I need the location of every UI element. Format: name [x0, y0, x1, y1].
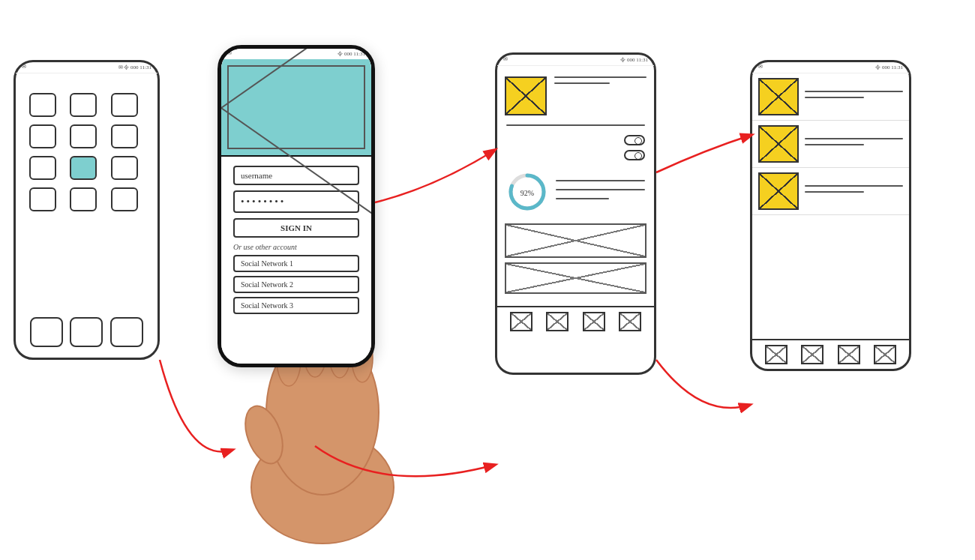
signin-button[interactable]: SIGN IN [233, 218, 359, 238]
nav-icon[interactable] [583, 312, 605, 331]
text-line [556, 189, 645, 190]
nav-icon[interactable] [510, 312, 532, 331]
app-icon [29, 124, 56, 148]
svg-text:92%: 92% [520, 189, 534, 197]
toggle-row [506, 150, 645, 160]
main-phone: ✉ 令 000 11:31 username •••••••• SIGN IN … [218, 45, 375, 367]
bottom-icon [30, 317, 63, 347]
gallery-text [805, 91, 903, 103]
nav-icon[interactable] [874, 345, 896, 364]
text-line [805, 191, 864, 193]
svg-point-3 [238, 401, 290, 469]
gallery-text [805, 185, 903, 197]
text-line [506, 124, 645, 126]
right-sketch-phone-1: ✉ 令 000 11:31 92% [495, 52, 656, 375]
social-network-3-button[interactable]: Social Network 3 [233, 297, 359, 314]
gallery-item-2 [752, 121, 909, 168]
text-line [805, 97, 864, 98]
dashboard-image-placeholder [505, 76, 547, 115]
right2-status-bar: ✉ 令 000 11:31 [752, 62, 909, 73]
right-sketch-phone-2: ✉ 令 000 11:31 [750, 60, 911, 371]
text-line [556, 198, 609, 199]
nav-icon[interactable] [838, 345, 860, 364]
username-input[interactable]: username [233, 166, 359, 185]
social-network-2-button[interactable]: Social Network 2 [233, 276, 359, 293]
dashboard-content [497, 219, 654, 303]
nav-icon[interactable] [619, 312, 641, 331]
gallery-item-1 [752, 73, 909, 121]
wireframe-section [505, 262, 646, 294]
progress-text-lines [556, 180, 645, 204]
text-line [805, 144, 864, 145]
dashboard-text-lines [554, 76, 646, 88]
status-mail-icon: ✉ [227, 50, 232, 58]
text-line [805, 185, 903, 187]
nav-icon[interactable] [765, 345, 788, 364]
bottom-nav-left [16, 317, 158, 347]
gallery-thumbnail [758, 125, 799, 163]
text-line [556, 180, 645, 181]
bottom-icon [110, 317, 143, 347]
app-icon [29, 93, 56, 117]
password-input[interactable]: •••••••• [233, 190, 359, 213]
gallery-thumbnail [758, 172, 799, 210]
app-icon [70, 124, 97, 148]
social-network-1-button[interactable]: Social Network 1 [233, 255, 359, 272]
gallery-text [805, 138, 903, 150]
nav-icon[interactable] [546, 312, 568, 331]
left-sketch-phone: ✉ ✉ 令 000 11:31 [14, 60, 160, 360]
or-text: Or use other account [233, 243, 359, 251]
bottom-navigation [497, 306, 654, 336]
app-icon [111, 156, 138, 180]
progress-circle: 92% [506, 171, 548, 213]
toggle-row [506, 135, 645, 145]
toggle-switch[interactable] [624, 135, 645, 145]
app-icon-highlighted [70, 156, 97, 180]
left-phone-status: ✉ ✉ 令 000 11:31 [16, 62, 158, 73]
toggle-switch[interactable] [624, 150, 645, 160]
right1-status-bar: ✉ 令 000 11:31 [497, 55, 654, 66]
gallery-item-3 [752, 168, 909, 215]
app-icon-grid [16, 82, 158, 222]
app-icon [70, 93, 97, 117]
text-line [554, 82, 610, 84]
bottom-icon [70, 317, 103, 347]
wireframe-section [505, 223, 646, 258]
text-line [805, 138, 903, 139]
dashboard-header [497, 66, 654, 120]
text-line [805, 91, 903, 92]
gallery-thumbnail [758, 78, 799, 115]
gallery-bottom-nav [752, 339, 909, 369]
wireframe-box [227, 65, 365, 149]
password-dots: •••••••• [241, 196, 286, 207]
login-form: username •••••••• SIGN IN Or use other a… [221, 157, 371, 327]
app-icon [29, 187, 56, 211]
text-line [554, 76, 646, 78]
progress-area: 92% [497, 165, 654, 219]
svg-point-1 [251, 431, 394, 544]
phone-header-wireframe [221, 59, 371, 157]
toggle-area [497, 120, 654, 165]
app-icon [29, 156, 56, 180]
app-icon [111, 124, 138, 148]
phone-screen: ✉ 令 000 11:31 username •••••••• SIGN IN … [221, 49, 371, 364]
status-signal: 令 000 11:31 [338, 50, 365, 58]
app-icon [111, 93, 138, 117]
nav-icon[interactable] [801, 345, 824, 364]
app-icon [70, 187, 97, 211]
app-icon [111, 187, 138, 211]
